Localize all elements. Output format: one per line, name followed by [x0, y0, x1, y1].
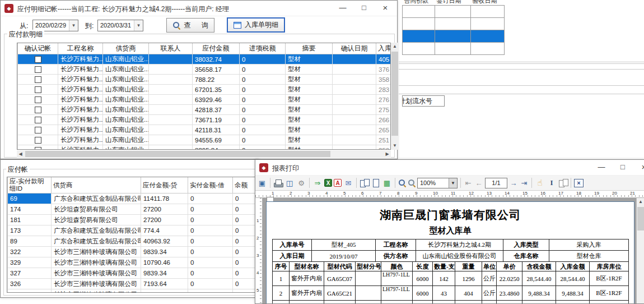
checkbox-cell[interactable] — [18, 135, 58, 145]
single-page-icon[interactable] — [371, 179, 380, 187]
checkbox-cell[interactable] — [18, 145, 58, 150]
column-header[interactable]: 入库 — [376, 43, 391, 54]
last-page-icon[interactable]: ⇥ — [520, 179, 529, 187]
scroll-up-icon[interactable]: ▲ — [637, 198, 644, 206]
payable-detail-row[interactable]: 长沙万科魅力...山东南山铝业...94555.690型材251 — [18, 135, 391, 145]
print-icon[interactable] — [273, 179, 283, 187]
payable-detail-row[interactable]: 长沙万科魅力...山东南山铝业...63929.460型材276 — [18, 95, 391, 105]
payable-account-row[interactable]: 326长沙市三湘特种玻璃有限公司7193.6400 — [8, 279, 256, 289]
titlebar[interactable]: ◆ 应付明细记帐------当前工程: 长沙万科魅力之城4.2期------当前… — [1, 1, 397, 16]
checkbox-cell[interactable] — [18, 54, 58, 65]
horizontal-scrollbar[interactable]: ◀ ▶ — [17, 150, 391, 158]
next-page-icon[interactable]: → — [509, 179, 518, 187]
column-header[interactable]: 应付金额-贷 — [141, 177, 188, 194]
payable-detail-row[interactable]: 长沙万科魅力...山东南山铝业...3895.840型材250 — [18, 145, 391, 150]
plan-serial-field[interactable]: 计划流水号 — [402, 95, 445, 107]
close-button[interactable]: × — [633, 160, 644, 176]
copy-icon[interactable] — [558, 179, 568, 187]
scroll-up-icon[interactable]: ▲ — [391, 43, 399, 50]
payable-account-row[interactable]: 322长沙市三湘特种玻璃有限公司9839.3400 — [8, 247, 256, 257]
column-header[interactable]: 实付金额-借 — [188, 177, 233, 194]
column-header[interactable]: 确认日期 — [333, 43, 376, 54]
zoom-select[interactable]: 100% ▼ — [417, 178, 458, 188]
scrollbar-thumb[interactable] — [637, 207, 644, 231]
query-button[interactable]: 查 询 — [166, 18, 214, 33]
minimize-button[interactable]: — — [591, 160, 612, 176]
payable-detail-row[interactable]: 长沙万科魅力...山东南山铝业...38032.740型材405 — [18, 54, 391, 65]
confirm-checkbox[interactable] — [35, 107, 41, 113]
maximize-button[interactable]: □ — [612, 160, 633, 176]
confirm-checkbox[interactable] — [35, 86, 41, 93]
column-header[interactable]: 工程名称 — [58, 43, 103, 54]
payable-account-row[interactable]: 89广东合和建筑五金制品有限公司40963.9200 — [8, 236, 256, 247]
table-row-selected[interactable] — [403, 30, 505, 43]
table-row[interactable] — [403, 18, 505, 30]
preview-icon[interactable]: ▣ — [257, 178, 267, 188]
scroll-right-icon[interactable]: ▶ — [384, 150, 391, 158]
confirm-checkbox[interactable] — [35, 66, 41, 73]
email-icon[interactable]: ✉ — [343, 178, 353, 188]
column-header[interactable]: 余额 — [233, 177, 256, 194]
checkbox-cell[interactable] — [18, 105, 58, 115]
close-preview-icon[interactable]: × — [574, 179, 584, 187]
chevron-down-icon[interactable]: ▾ — [69, 20, 78, 31]
maximize-button[interactable]: □ — [353, 1, 375, 16]
column-header[interactable]: 应付金额 — [193, 43, 240, 54]
minimize-button[interactable]: — — [332, 1, 353, 16]
payable-detail-row[interactable]: 长沙万科魅力...山东南山铝业...35658.170型材376 — [18, 65, 391, 75]
facing-pages-icon[interactable] — [360, 179, 369, 187]
first-page-icon[interactable]: ⇤ — [464, 179, 473, 187]
payable-detail-row[interactable]: 长沙万科魅力...山东南山铝业...42118.310型材265 — [18, 125, 391, 135]
column-header[interactable]: 联系人 — [149, 43, 193, 54]
column-header[interactable]: 确认记帐 — [18, 43, 58, 54]
payable-account-row[interactable]: 329长沙市三湘特种玻璃有限公司10790.4600 — [8, 257, 256, 268]
column-header[interactable]: 应-实付款明细ID — [8, 177, 52, 194]
close-button[interactable]: × — [375, 1, 396, 16]
to-date-combo[interactable]: 2020/03/31 ▾ — [97, 20, 143, 31]
zoom-out-icon[interactable] — [408, 179, 416, 187]
preview-vertical-scrollbar[interactable]: ▲ — [636, 198, 644, 303]
settings-gear-icon[interactable]: ⚙ — [296, 178, 306, 188]
checkbox-cell[interactable] — [18, 85, 58, 95]
prev-page-icon[interactable]: ← — [474, 179, 483, 187]
pdf-export-icon[interactable]: A — [334, 179, 342, 187]
chevron-down-icon[interactable]: ▼ — [449, 178, 457, 188]
confirm-checkbox[interactable] — [35, 127, 41, 133]
payable-account-row[interactable]: 327长沙市三湘特种玻璃有限公司9839.3400 — [8, 268, 256, 279]
page-indicator[interactable]: 1/1 — [485, 178, 507, 188]
checkbox-cell[interactable] — [18, 65, 58, 75]
column-header[interactable]: 供货商 — [52, 177, 141, 194]
excel-export-icon[interactable]: X — [324, 179, 332, 187]
table-row[interactable] — [403, 6, 505, 18]
column-header[interactable]: 供货商 — [103, 43, 149, 54]
confirm-checkbox[interactable] — [35, 137, 41, 144]
inbound-detail-button[interactable]: 入库单明细 — [227, 17, 285, 33]
confirm-checkbox[interactable] — [35, 117, 41, 123]
hand-pan-icon[interactable]: ☝ — [535, 178, 545, 188]
zoom-in-icon[interactable] — [398, 179, 406, 187]
payable-account-row[interactable]: 174长沙坦森贸易有限公司2720000 — [8, 204, 256, 215]
payable-account-row[interactable]: 长沙市三湘特种玻璃有限公司 — [8, 289, 256, 293]
payable-detail-row[interactable]: 长沙万科魅力...山东南山铝业...788.220型材358 — [18, 75, 391, 85]
checkbox-cell[interactable] — [18, 125, 58, 135]
payable-detail-row[interactable]: 长沙万科魅力...山东南山铝业...73671.190型材266 — [18, 115, 391, 125]
column-header[interactable]: 进项税额 — [240, 43, 286, 54]
checkbox-cell[interactable] — [18, 115, 58, 125]
payable-account-row[interactable]: 181长沙坦森贸易有限公司2720000 — [8, 215, 256, 225]
text-select-icon[interactable]: I — [547, 178, 557, 188]
confirm-checkbox[interactable] — [35, 147, 41, 150]
payable-detail-row[interactable]: 长沙万科魅力...山东南山铝业...42818.370型材275 — [18, 105, 391, 115]
confirm-checkbox[interactable] — [35, 56, 41, 63]
vertical-scrollbar[interactable]: ▲ ▼ — [391, 43, 399, 150]
titlebar[interactable]: ◆ 报表打印 — □ × — [255, 160, 644, 176]
column-header[interactable]: 摘要 — [286, 43, 333, 54]
checkbox-cell[interactable] — [18, 95, 58, 105]
confirm-checkbox[interactable] — [35, 76, 41, 83]
scrollbar-thumb[interactable] — [391, 52, 398, 136]
page-setup-book-icon[interactable]: ◫ — [284, 178, 295, 188]
chevron-down-icon[interactable]: ▾ — [134, 20, 143, 31]
payable-account-row[interactable]: 173广东合和建筑五金制品有限公司774.400 — [8, 225, 256, 236]
scrollbar-thumb[interactable] — [25, 151, 330, 157]
payable-detail-row[interactable]: 长沙万科魅力...山东南山铝业...67201.350型材283 — [18, 85, 391, 95]
checkbox-cell[interactable] — [18, 75, 58, 85]
